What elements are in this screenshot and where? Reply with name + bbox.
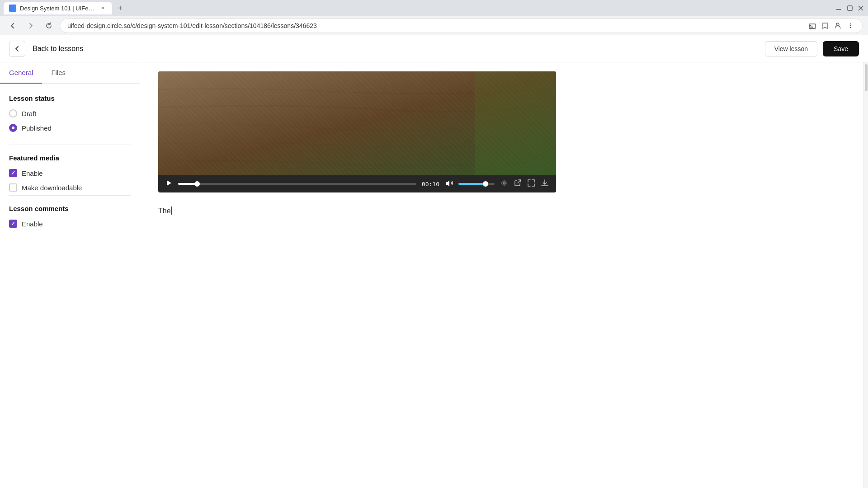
- volume-button[interactable]: [445, 179, 453, 189]
- enable-comments-label: Enable: [22, 220, 43, 228]
- text-cursor: [171, 206, 172, 215]
- scrollbar-thumb[interactable]: [865, 64, 868, 91]
- section-divider-1: [9, 145, 131, 145]
- address-bar-row: uifeed-design.circle.so/c/design-system-…: [0, 16, 868, 35]
- make-downloadable-checkbox[interactable]: [9, 183, 17, 192]
- lesson-status-radio-group: Draft Published: [9, 109, 131, 132]
- profile-icon[interactable]: [833, 21, 842, 30]
- editor-text: The: [158, 207, 171, 215]
- enable-comments-checkbox[interactable]: [9, 220, 17, 228]
- svg-point-8: [850, 27, 851, 28]
- fullscreen-button[interactable]: [527, 179, 535, 189]
- svg-point-5: [836, 23, 839, 26]
- address-input[interactable]: uifeed-design.circle.so/c/design-system-…: [60, 19, 863, 33]
- published-radio-item[interactable]: Published: [9, 124, 131, 132]
- play-button[interactable]: [165, 179, 173, 188]
- lesson-status-label: Lesson status: [9, 94, 131, 102]
- video-time: 00:10: [422, 181, 439, 188]
- tab-files[interactable]: Files: [42, 62, 75, 84]
- save-button[interactable]: Save: [823, 41, 859, 56]
- back-to-lessons-button[interactable]: [9, 41, 25, 57]
- tab-title: Design System 101 | UIFeed Desi...: [20, 5, 96, 12]
- active-tab[interactable]: Design System 101 | UIFeed Desi... ×: [4, 2, 112, 14]
- svg-rect-0: [836, 9, 841, 10]
- lesson-comments-label: Lesson comments: [9, 205, 131, 212]
- new-tab-button[interactable]: +: [114, 2, 127, 14]
- view-lesson-button[interactable]: View lesson: [765, 41, 817, 56]
- enable-media-label: Enable: [22, 169, 43, 177]
- svg-point-12: [503, 182, 505, 184]
- header-actions: View lesson Save: [765, 41, 859, 56]
- tab-close-button[interactable]: ×: [99, 5, 107, 12]
- tab-general[interactable]: General: [0, 62, 42, 84]
- published-radio-button[interactable]: [9, 124, 17, 132]
- lesson-comments-checkbox-group: Enable: [9, 220, 131, 228]
- enable-media-checkbox[interactable]: [9, 169, 17, 177]
- svg-point-7: [850, 25, 851, 26]
- editor-area[interactable]: The: [158, 203, 845, 339]
- make-downloadable-label: Make downloadable: [22, 184, 82, 192]
- enable-comments-checkbox-item[interactable]: Enable: [9, 220, 131, 228]
- reload-button[interactable]: [42, 19, 56, 33]
- download-video-button[interactable]: [541, 179, 549, 189]
- featured-media-label: Featured media: [9, 154, 131, 162]
- svg-marker-11: [167, 180, 171, 186]
- video-controls: 00:10: [158, 175, 556, 192]
- enable-media-checkbox-item[interactable]: Enable: [9, 169, 131, 177]
- make-downloadable-checkbox-item[interactable]: Make downloadable: [9, 183, 131, 192]
- video-progress-fill: [178, 183, 197, 185]
- svg-rect-4: [809, 24, 816, 28]
- app-container: Back to lessons View lesson Save General…: [0, 35, 868, 488]
- video-thumbnail: [158, 71, 556, 175]
- address-icons: [808, 21, 855, 30]
- draft-label: Draft: [22, 110, 37, 117]
- volume-thumb: [483, 181, 488, 187]
- volume-fill: [458, 183, 486, 185]
- bookmark-icon[interactable]: [821, 21, 830, 30]
- sidebar-tabs: General Files: [0, 62, 140, 84]
- featured-media-checkbox-group: Enable Make downloadable: [9, 169, 131, 192]
- cast-icon[interactable]: [808, 21, 817, 30]
- video-player: 00:10: [158, 71, 556, 192]
- draft-radio-button[interactable]: [9, 109, 17, 117]
- tab-bar: Design System 101 | UIFeed Desi... × +: [0, 0, 868, 16]
- window-minimize-button[interactable]: [835, 5, 843, 12]
- sidebar: General Files Lesson status Draft Publis…: [0, 62, 140, 488]
- video-progress-bar[interactable]: [178, 183, 416, 185]
- svg-rect-10: [475, 71, 556, 175]
- svg-rect-1: [848, 6, 852, 10]
- window-restore-button[interactable]: [846, 5, 854, 12]
- tab-favicon: [9, 5, 16, 12]
- menu-icon[interactable]: [846, 21, 855, 30]
- external-link-button[interactable]: [514, 179, 522, 189]
- draft-radio-item[interactable]: Draft: [9, 109, 131, 117]
- app-body: General Files Lesson status Draft Publis…: [0, 62, 868, 488]
- forward-nav-button[interactable]: [24, 19, 38, 33]
- progress-thumb: [194, 181, 200, 187]
- published-label: Published: [22, 124, 52, 132]
- right-scrollbar[interactable]: [863, 62, 868, 488]
- address-url: uifeed-design.circle.so/c/design-system-…: [67, 22, 804, 29]
- main-content: 00:10: [140, 62, 863, 488]
- svg-point-6: [850, 23, 851, 24]
- page-title: Back to lessons: [33, 45, 83, 53]
- window-controls: [835, 5, 864, 12]
- section-divider-2: [9, 195, 131, 196]
- sidebar-content: Lesson status Draft Published Featured m…: [0, 84, 140, 242]
- settings-button[interactable]: [500, 179, 508, 189]
- app-header: Back to lessons View lesson Save: [0, 35, 868, 62]
- back-nav-button[interactable]: [5, 19, 20, 33]
- volume-bar[interactable]: [458, 183, 495, 185]
- window-close-button[interactable]: [857, 5, 864, 12]
